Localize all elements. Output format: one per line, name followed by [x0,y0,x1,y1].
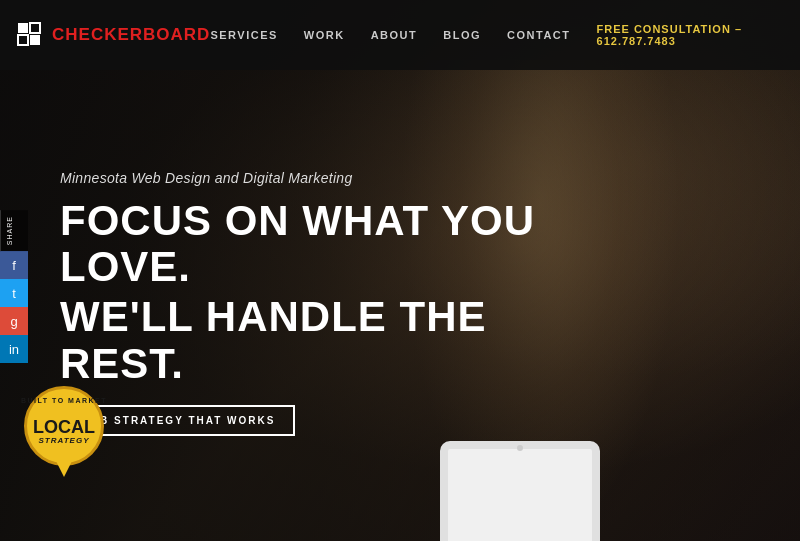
hero-title-line2: WE'LL HANDLE THE REST. [60,294,560,386]
badge-arc-text: BUILT TO MARKET [21,397,107,404]
site-header: CHECKERBOARD SERVICES WORK ABOUT BLOG CO… [0,0,800,70]
logo-prefix: CHECKER [52,25,143,44]
facebook-share-button[interactable]: f [0,251,28,279]
hero-title-line1: FOCUS ON WHAT YOU LOVE. [60,198,560,290]
nav-item-blog[interactable]: BLOG [443,29,481,41]
twitter-share-button[interactable]: t [0,279,28,307]
hero-content: Minnesota Web Design and Digital Marketi… [60,170,560,436]
logo-text: CHECKERBOARD [52,25,210,45]
badge-sub-text: Strategy [39,436,90,445]
nav-item-contact[interactable]: CONTACT [507,29,570,41]
share-label: SHARE [0,210,28,251]
logo-icon [16,21,44,49]
nav-item-services[interactable]: SERVICES [210,29,277,41]
svg-rect-2 [18,35,28,45]
local-strategy-badge: BUILT TO MARKET LOCAL Strategy [24,386,119,481]
badge-circle: BUILT TO MARKET LOCAL Strategy [24,386,104,466]
svg-rect-0 [18,23,28,33]
tablet-camera [517,445,523,451]
badge-main-text: LOCAL [33,418,95,436]
logo-suffix: BOARD [143,25,210,44]
tablet-preview [440,441,600,541]
nav-item-work[interactable]: WORK [304,29,345,41]
hero-subtitle: Minnesota Web Design and Digital Marketi… [60,170,560,186]
nav-cta[interactable]: FREE CONSULTATION – 612.787.7483 [597,23,780,47]
main-nav: SERVICES WORK ABOUT BLOG CONTACT FREE CO… [210,23,780,47]
svg-rect-3 [30,23,40,33]
social-sidebar: SHARE f t g in [0,210,28,363]
linkedin-share-button[interactable]: in [0,335,28,363]
nav-item-about[interactable]: ABOUT [371,29,418,41]
logo[interactable]: CHECKERBOARD [16,21,210,49]
badge-pin [56,461,72,477]
googleplus-share-button[interactable]: g [0,307,28,335]
svg-rect-1 [30,35,40,45]
